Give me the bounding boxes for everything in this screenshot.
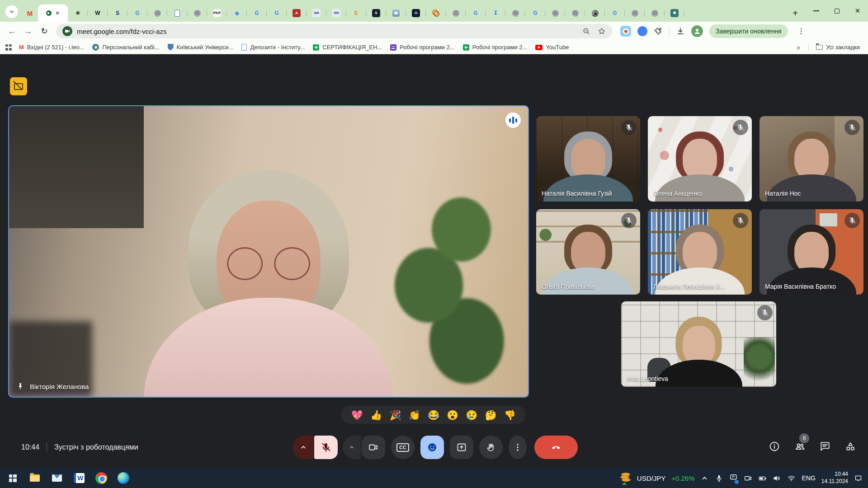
apps-grid-icon[interactable] <box>5 44 12 51</box>
reaction-button[interactable]: 🤔 <box>485 410 497 420</box>
info-button[interactable] <box>769 441 780 454</box>
bookmark-star-icon[interactable] <box>598 27 606 35</box>
bookmark-item[interactable]: Робочі програми 2... <box>459 42 531 52</box>
browser-tab[interactable]: PKP <box>207 5 227 22</box>
file-explorer-button[interactable] <box>28 472 41 484</box>
reaction-button[interactable]: 😂 <box>428 410 439 420</box>
present-button[interactable] <box>450 436 473 459</box>
volume-icon[interactable] <box>773 474 781 483</box>
finish-update-button[interactable]: Завершити оновлення <box>709 24 788 38</box>
browser-tab[interactable]: SN <box>326 5 346 22</box>
browser-tab[interactable] <box>545 5 565 22</box>
reaction-button[interactable]: 👍 <box>370 410 382 420</box>
active-tab-meet[interactable]: ✕ <box>38 5 68 22</box>
browser-tab[interactable] <box>645 5 665 22</box>
language-indicator[interactable]: ENG <box>802 474 815 482</box>
ticker-change[interactable]: +0.26% <box>671 474 694 482</box>
browser-tab[interactable]: ✽ <box>665 5 684 22</box>
zoom-out-icon[interactable] <box>582 27 590 35</box>
participant-tile[interactable]: Марія Василівна Братко <box>760 209 863 295</box>
activities-button[interactable] <box>844 441 856 454</box>
raise-hand-button[interactable] <box>479 436 503 459</box>
downloads-icon[interactable] <box>676 27 685 36</box>
bookmarks-overflow-icon[interactable]: » <box>792 43 805 51</box>
browser-tab[interactable]: ↧ <box>486 5 505 22</box>
bookmark-item[interactable]: Депозити - Інститу... <box>238 42 308 52</box>
browser-tab[interactable] <box>446 5 466 22</box>
maximize-button[interactable] <box>826 0 847 22</box>
presentation-blocked-icon[interactable] <box>10 77 27 95</box>
reaction-button[interactable]: 😢 <box>466 410 477 420</box>
bookmark-item[interactable]: СЕРТИФІКАЦІЯ_ЕН... <box>309 42 386 52</box>
blue-extension-icon[interactable] <box>637 26 647 36</box>
end-call-button[interactable] <box>534 436 578 459</box>
taskbar-clock[interactable]: 10:44 14.11.2024 <box>821 471 848 485</box>
back-button[interactable]: ← <box>5 24 19 38</box>
tab-search-button[interactable] <box>5 5 18 18</box>
reaction-button[interactable]: 😮 <box>447 410 458 420</box>
browser-tab[interactable] <box>386 5 406 22</box>
notifications-icon[interactable] <box>854 474 863 483</box>
edge-button[interactable] <box>117 472 130 484</box>
wifi-icon[interactable] <box>787 474 796 483</box>
browser-tab[interactable]: G <box>267 5 287 22</box>
participant-tile[interactable]: Ольга Правільєва <box>536 209 640 295</box>
browser-tab[interactable]: S <box>366 5 386 22</box>
camera-in-use-icon[interactable] <box>62 26 72 36</box>
camera-button[interactable] <box>362 436 385 459</box>
browser-tab[interactable]: G <box>127 5 147 22</box>
url-text[interactable]: meet.google.com/fdz-vcci-azs <box>77 28 166 35</box>
screen-share-icon[interactable] <box>729 473 738 483</box>
mail-button[interactable] <box>51 472 63 484</box>
browser-tab[interactable]: SN <box>307 5 326 22</box>
browser-tab[interactable]: G <box>525 5 545 22</box>
bookmark-item[interactable]: Київський Універси... <box>164 42 237 52</box>
start-button[interactable] <box>6 472 19 484</box>
browser-tab[interactable] <box>147 5 167 22</box>
address-bar[interactable]: meet.google.com/fdz-vcci-azs <box>56 24 612 38</box>
browser-tab[interactable]: W <box>88 5 108 22</box>
browser-tab[interactable]: E <box>346 5 366 22</box>
tray-expand-icon[interactable] <box>700 474 709 483</box>
ticker-coins-icon[interactable] <box>620 472 631 484</box>
mic-muted-button[interactable] <box>314 436 338 459</box>
browser-tab[interactable]: O <box>406 5 426 22</box>
mic-options-chevron[interactable] <box>293 436 313 459</box>
bookmark-item[interactable]: YouTube <box>532 42 572 52</box>
browser-tab[interactable]: G <box>466 5 486 22</box>
reaction-button[interactable]: 💖 <box>351 410 363 420</box>
browser-tab[interactable] <box>505 5 525 22</box>
reaction-button[interactable]: 👏 <box>409 410 420 420</box>
browser-tab[interactable]: G <box>605 5 625 22</box>
extensions-puzzle-icon[interactable] <box>654 27 663 36</box>
browser-tab[interactable] <box>187 5 207 22</box>
ticker-pair[interactable]: USD/JPY <box>637 474 665 482</box>
browser-tab[interactable]: ✳ <box>68 5 88 22</box>
chat-button[interactable] <box>819 441 831 454</box>
tray-camera-icon[interactable] <box>744 474 752 483</box>
pinned-speaker-tile[interactable]: Вікторія Желанова <box>8 105 529 398</box>
profile-avatar[interactable] <box>691 25 703 37</box>
browser-tab[interactable]: S <box>108 5 127 22</box>
bookmark-item[interactable]: MВхідні (2 521) - i.leo... <box>15 42 88 52</box>
browser-tab[interactable]: G <box>247 5 267 22</box>
browser-menu-icon[interactable]: ⋮ <box>794 27 808 35</box>
browser-tab[interactable] <box>585 5 605 22</box>
browser-tab[interactable]: A <box>287 5 307 22</box>
browser-tab[interactable] <box>565 5 585 22</box>
browser-tab[interactable]: ◆ <box>227 5 247 22</box>
battery-icon[interactable] <box>758 474 767 483</box>
camera-options-chevron[interactable] <box>343 436 361 459</box>
participant-tile[interactable]: Наталія Василівна Гузій <box>536 116 640 202</box>
reaction-button[interactable]: 🎉 <box>389 410 401 420</box>
chrome-button[interactable] <box>95 472 108 484</box>
more-options-button[interactable] <box>509 436 527 459</box>
all-bookmarks-button[interactable]: Усі закладки <box>812 42 863 52</box>
bookmark-item[interactable]: ✽Персональний кабі... <box>89 42 163 52</box>
reaction-button[interactable]: 👎 <box>504 410 516 420</box>
word-button[interactable]: W <box>73 472 85 484</box>
close-window-button[interactable]: ✕ <box>847 0 868 22</box>
participant-tile[interactable]: Наталія Нос <box>760 116 863 202</box>
reload-button[interactable]: ↻ <box>37 24 52 38</box>
captions-button[interactable]: cc <box>391 436 415 459</box>
